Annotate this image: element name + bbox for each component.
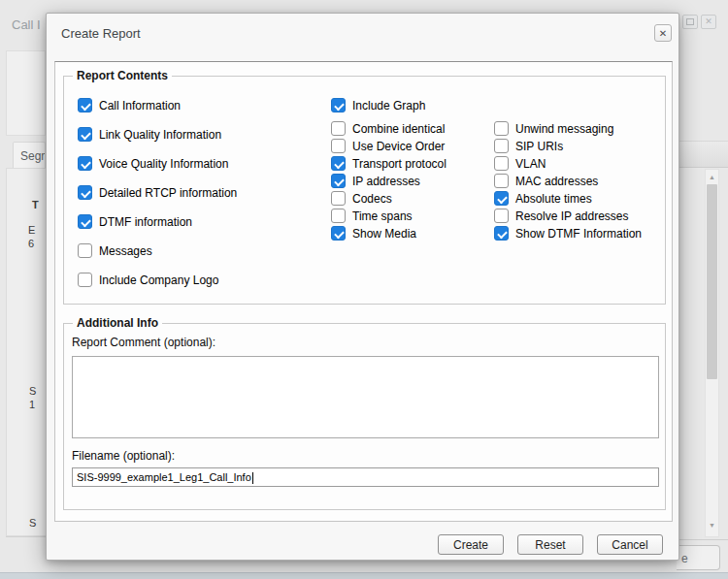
checkbox-row[interactable]: DTMF information <box>78 214 237 229</box>
additional-info-legend: Additional Info <box>73 316 162 330</box>
text-caret <box>252 472 253 484</box>
cancel-button[interactable]: Cancel <box>597 534 663 555</box>
filename-input[interactable]: SIS-9999_example1_Leg1_Call_Info <box>72 467 659 487</box>
close-icon: ✕ <box>705 17 712 26</box>
checkbox-unchecked[interactable] <box>494 139 509 153</box>
checkbox-label: Show DTMF Information <box>515 227 642 241</box>
maximize-button[interactable] <box>682 15 698 29</box>
background-close-button[interactable]: e <box>677 545 720 570</box>
checkbox-row[interactable]: Combine identical <box>331 121 447 136</box>
checkbox-checked[interactable] <box>78 185 92 200</box>
window-bottom-edge <box>0 572 728 579</box>
checkbox-row[interactable]: Include Company Logo <box>78 273 237 287</box>
checkbox-label: Codecs <box>352 192 392 206</box>
checkbox-label: Voice Quality Information <box>99 157 228 171</box>
checkbox-row[interactable]: Voice Quality Information <box>78 156 237 171</box>
checkbox-row[interactable]: Unwind messaging <box>494 121 642 136</box>
checkbox-row[interactable]: Codecs <box>331 191 447 206</box>
checkbox-unchecked[interactable] <box>78 243 92 258</box>
checkbox-row[interactable]: Detailed RTCP information <box>78 185 237 200</box>
checkbox-row[interactable]: Absolute times <box>494 191 642 206</box>
checkbox-row[interactable]: Include Graph <box>331 98 447 113</box>
checkbox-unchecked[interactable] <box>331 121 346 136</box>
checkbox-checked[interactable] <box>78 127 92 142</box>
checkbox-column-middle: Include GraphCombine identicalUse Device… <box>331 98 447 243</box>
checkbox-label: IP addresses <box>352 175 420 188</box>
checkbox-row[interactable]: Transport protocol <box>331 156 447 171</box>
checkbox-label: Use Device Order <box>352 140 445 153</box>
checkbox-checked[interactable] <box>494 226 509 241</box>
additional-info-group: Additional Info Report Comment (optional… <box>63 323 666 510</box>
checkbox-unchecked[interactable] <box>494 174 509 188</box>
checkbox-checked[interactable] <box>78 156 92 171</box>
background-text-fragment: S <box>29 517 36 529</box>
report-comment-textarea[interactable] <box>72 356 659 438</box>
checkbox-label: Combine identical <box>352 122 445 136</box>
checkbox-label: Include Graph <box>352 99 425 113</box>
checkbox-label: Link Quality Information <box>99 128 221 142</box>
checkbox-checked[interactable] <box>78 214 92 229</box>
background-segments-panel <box>6 168 46 536</box>
checkbox-unchecked[interactable] <box>331 139 346 153</box>
checkbox-row[interactable]: VLAN <box>494 156 642 171</box>
window-close-button[interactable]: ✕ <box>701 15 716 29</box>
checkbox-row[interactable]: Show DTMF Information <box>494 226 642 241</box>
tab-segments[interactable]: Segm <box>13 142 46 169</box>
checkbox-label: Absolute times <box>515 192 592 206</box>
checkbox-unchecked[interactable] <box>494 209 509 223</box>
checkbox-unchecked[interactable] <box>331 209 346 223</box>
vertical-scrollbar[interactable]: ▲ ▼ <box>705 169 719 537</box>
checkbox-label: Time spans <box>352 209 413 223</box>
checkbox-checked[interactable] <box>331 174 346 188</box>
checkbox-label: Detailed RTCP information <box>99 186 237 200</box>
dialog-close-button[interactable]: ✕ <box>654 24 672 42</box>
close-icon: ✕ <box>659 28 667 39</box>
checkbox-row[interactable]: Resolve IP addresses <box>494 209 642 223</box>
checkbox-row[interactable]: Use Device Order <box>331 139 447 153</box>
report-contents-legend: Report Contents <box>73 69 172 82</box>
checkbox-label: Show Media <box>352 227 416 241</box>
background-text-fragment: E <box>28 224 35 236</box>
checkbox-unchecked[interactable] <box>494 121 509 136</box>
checkbox-row[interactable]: Time spans <box>331 209 447 223</box>
report-contents-group: Report Contents Call InformationLink Qua… <box>63 76 666 305</box>
create-button[interactable]: Create <box>438 534 504 555</box>
scrollbar-thumb[interactable] <box>707 184 717 379</box>
checkbox-checked[interactable] <box>331 156 346 171</box>
checkbox-checked[interactable] <box>78 98 92 113</box>
checkbox-label: Include Company Logo <box>99 273 218 287</box>
reset-button[interactable]: Reset <box>517 534 583 555</box>
checkbox-label: Messages <box>99 244 152 258</box>
filename-label: Filename (optional): <box>72 449 175 463</box>
checkbox-label: MAC addresses <box>515 175 598 188</box>
checkbox-row[interactable]: Show Media <box>331 226 447 241</box>
checkbox-checked[interactable] <box>331 226 346 241</box>
checkbox-unchecked[interactable] <box>78 273 92 287</box>
checkbox-row[interactable]: Link Quality Information <box>78 127 237 142</box>
checkbox-label: Unwind messaging <box>515 122 613 136</box>
scrollbar-up-icon[interactable]: ▲ <box>706 173 718 182</box>
checkbox-label: Transport protocol <box>352 157 447 171</box>
checkbox-row[interactable]: IP addresses <box>331 174 447 188</box>
checkbox-unchecked[interactable] <box>331 191 346 206</box>
background-text-fragment: T <box>32 199 39 210</box>
checkbox-row[interactable]: MAC addresses <box>494 174 642 188</box>
checkbox-row[interactable]: Messages <box>78 243 237 258</box>
scrollbar-down-icon[interactable]: ▼ <box>706 521 718 531</box>
panel-divider <box>6 536 46 537</box>
background-tab-strip <box>679 141 728 168</box>
dialog-content-panel: Report Contents Call InformationLink Qua… <box>54 61 673 522</box>
background-text-fragment: S <box>29 385 36 397</box>
create-report-dialog: Create Report ✕ Report Contents Call Inf… <box>46 13 679 561</box>
checkbox-checked[interactable] <box>494 191 509 206</box>
checkbox-checked[interactable] <box>331 98 346 113</box>
checkbox-column-left: Call InformationLink Quality Information… <box>78 98 237 302</box>
checkbox-row[interactable]: Call Information <box>78 98 237 113</box>
background-text-fragment: 1 <box>29 399 35 410</box>
checkbox-row[interactable]: SIP URIs <box>494 139 642 153</box>
maximize-icon <box>686 18 694 25</box>
background-window-title: Call I <box>12 17 41 32</box>
checkbox-column-right: Unwind messagingSIP URIsVLANMAC addresse… <box>494 121 642 243</box>
checkbox-unchecked[interactable] <box>494 156 509 171</box>
checkbox-label: Resolve IP addresses <box>515 209 629 223</box>
